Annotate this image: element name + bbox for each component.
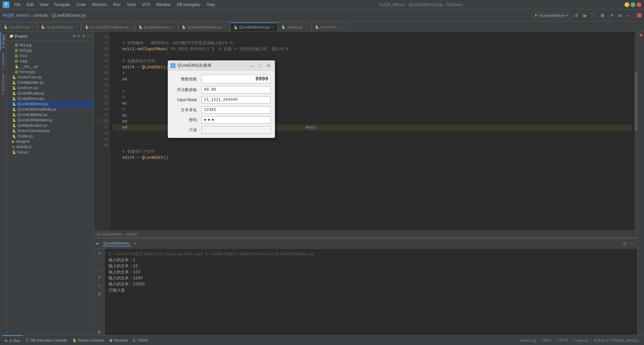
run-button[interactable]: ▶ bbox=[581, 11, 589, 19]
tab-close-icon[interactable]: ✕ bbox=[340, 25, 343, 29]
error-indicator[interactable] bbox=[637, 13, 641, 17]
tree-item[interactable]: 🐍 QLineEditMask.py bbox=[9, 112, 94, 117]
tree-item-qlineeditdemo[interactable]: 🐍 QLineEditDemo.py bbox=[9, 101, 94, 107]
dialog-close-button[interactable]: ✕ bbox=[265, 63, 272, 68]
sync-button[interactable]: ⇄ bbox=[616, 11, 624, 19]
structure-tab[interactable]: 2: Structure bbox=[1, 50, 6, 72]
tree-item[interactable]: 🖼 4.jpg bbox=[12, 58, 94, 64]
python-console-tab[interactable]: 🐍 Python Console bbox=[70, 335, 107, 345]
tab-close-icon[interactable]: ✕ bbox=[133, 242, 136, 245]
menu-window[interactable]: Window bbox=[154, 1, 173, 8]
menu-navigate[interactable]: Navigate bbox=[52, 1, 73, 8]
tab-qlineeditdemo[interactable]: 🐍 QLineEditDemo.py ✕ bbox=[230, 22, 278, 31]
tree-item[interactable]: 🖼 3.ico bbox=[12, 53, 94, 58]
field-input-1[interactable] bbox=[202, 86, 271, 93]
python-version[interactable]: Python 3.7 (PyQt5_demo1) bbox=[591, 338, 641, 342]
minimize-icon[interactable]: — bbox=[631, 241, 635, 246]
minimize-icon[interactable]: — bbox=[87, 34, 91, 39]
menu-help[interactable]: Help bbox=[204, 1, 218, 8]
run-tab[interactable]: QLineEditDemo bbox=[102, 240, 131, 247]
run-rerun-button[interactable]: ↺ bbox=[96, 250, 103, 257]
tree-item[interactable]: 🐍 QLabelBuddy.py bbox=[9, 90, 94, 96]
menu-edit[interactable]: Edit bbox=[24, 1, 36, 8]
tree-item-designer[interactable]: ▶ designer bbox=[9, 139, 94, 144]
project-tab[interactable]: 1: Project bbox=[0, 32, 6, 50]
scroll-up-button[interactable]: ↑ bbox=[96, 258, 103, 265]
tree-item[interactable]: 🖼 002.jpg bbox=[12, 48, 94, 53]
menu-tools[interactable]: Tools bbox=[124, 1, 139, 8]
tree-item[interactable]: 🐍 QLabelDemo.py bbox=[9, 96, 94, 101]
todo-tab[interactable]: 6: TODO bbox=[130, 335, 151, 345]
breadcrumb-folder[interactable]: controls bbox=[34, 13, 48, 18]
menu-file[interactable]: File bbox=[11, 1, 23, 8]
field-input-4[interactable] bbox=[202, 116, 271, 124]
line-endings[interactable]: CRLF bbox=[539, 338, 554, 342]
tab-close-icon[interactable]: ✕ bbox=[305, 25, 308, 29]
settings-icon[interactable]: ⚙ bbox=[82, 34, 86, 39]
indent-setting[interactable]: 4 spaces bbox=[571, 338, 591, 342]
tab-close-icon[interactable]: ✕ bbox=[75, 25, 77, 29]
vertical-scrollbar[interactable] bbox=[635, 31, 637, 230]
encoding[interactable]: UTF-8 bbox=[555, 338, 571, 342]
menu-db-navigator[interactable]: DB Navigator bbox=[174, 1, 203, 8]
tree-item[interactable]: 🐍 CenterForm.py bbox=[9, 74, 94, 80]
tab-qlabeldemo[interactable]: 🐍 QLabelDemo.py ✕ bbox=[135, 22, 178, 31]
tab-qlineeditechomode[interactable]: 🐍 QLineEditEchoMode.py ✕ bbox=[81, 22, 135, 31]
scroll-down-button[interactable]: ⬇ bbox=[96, 274, 103, 281]
tree-item[interactable]: 🐍 QuitApplication.py bbox=[9, 123, 94, 128]
tab-iconform[interactable]: 🐍 IconForm.py ✕ bbox=[0, 22, 37, 31]
tab-close-icon[interactable]: ✕ bbox=[224, 25, 226, 29]
field-input-0[interactable] bbox=[202, 75, 271, 83]
tree-item[interactable]: 🖼 horse.jpg bbox=[12, 69, 94, 74]
sync-icon[interactable]: ⟳ bbox=[77, 34, 80, 39]
menu-code[interactable]: Code bbox=[73, 1, 89, 8]
delete-button[interactable]: 🗑 bbox=[96, 329, 103, 336]
tree-item[interactable]: 🐍 ScreenGeometry.py bbox=[9, 128, 94, 133]
tree-item[interactable]: 🖼 001.jpg bbox=[12, 42, 94, 48]
qlineedit-dialog[interactable]: Q QLineEdit综合案例 — □ ✕ 整数校验 浮点数校验 Input M… bbox=[168, 60, 275, 138]
tree-item[interactable]: 🐍 __init__.py bbox=[12, 64, 94, 69]
tab-centerfo[interactable]: 🐍 CenterFo... ✕ bbox=[311, 22, 346, 31]
add-icon[interactable]: ⊕ bbox=[72, 34, 76, 39]
dialog-minimize-button[interactable]: — bbox=[249, 63, 256, 68]
menu-vcs[interactable]: VCS bbox=[139, 1, 153, 8]
menu-refactor[interactable]: Refactor bbox=[89, 1, 110, 8]
dialog-maximize-button[interactable]: □ bbox=[258, 63, 263, 68]
tree-item[interactable]: 🐍 Tooltip.py bbox=[9, 133, 94, 139]
field-input-2[interactable] bbox=[202, 96, 271, 104]
db-console-tab[interactable]: 🗄 DB Execution Console bbox=[23, 335, 70, 345]
minimize-button[interactable]: — bbox=[625, 2, 629, 7]
settings-icon[interactable]: ⚙ bbox=[623, 241, 627, 246]
field-input-3[interactable] bbox=[202, 106, 271, 114]
tree-item[interactable]: ⊞ debnfg.ui bbox=[9, 144, 94, 149]
tab-qlineeditvalidator[interactable]: 🐍 QLineEditValidator.py ✕ bbox=[178, 22, 230, 31]
breadcrumb-file[interactable]: QLineEditDemo.py bbox=[52, 13, 86, 18]
run-config-selector[interactable]: ▶ QLineEditDemo ▾ bbox=[532, 12, 572, 18]
tab-close-icon[interactable]: ✕ bbox=[130, 25, 133, 29]
terminal-tab[interactable]: ▣ Terminal bbox=[107, 335, 130, 345]
deploy-button[interactable]: ↗ bbox=[607, 11, 615, 19]
print-button[interactable]: 🖨 bbox=[96, 290, 103, 297]
menu-run[interactable]: Run bbox=[110, 1, 123, 8]
event-log[interactable]: Event Log bbox=[517, 335, 539, 345]
split-button[interactable]: ↔ bbox=[625, 11, 633, 19]
db-browser-tab[interactable]: 3: DB Browser bbox=[1, 72, 6, 97]
filter-button[interactable]: ≡ bbox=[96, 282, 103, 289]
refresh-button[interactable]: ↺ bbox=[572, 11, 580, 19]
breadcrumb-project[interactable]: PyQt5_demo1 bbox=[3, 13, 30, 18]
menu-view[interactable]: View bbox=[37, 1, 51, 8]
settings-button[interactable]: ⚙ bbox=[598, 11, 606, 19]
close-button[interactable]: ✕ bbox=[637, 2, 641, 7]
tree-item[interactable]: 🐍 IconForm.py bbox=[9, 85, 94, 90]
tab-close-icon[interactable]: ✕ bbox=[271, 25, 274, 29]
field-input-5[interactable] bbox=[202, 126, 271, 134]
tab-tooltip[interactable]: 🐍 Tooltip.py ✕ bbox=[278, 22, 311, 31]
tab-close-icon[interactable]: ✕ bbox=[172, 25, 174, 29]
tree-item[interactable]: 🐍 QLineEditValidator.py bbox=[9, 117, 94, 123]
run-status-tab[interactable]: ▶ 4: Run bbox=[3, 335, 23, 345]
tab-close-icon[interactable]: ✕ bbox=[31, 25, 34, 29]
tab-qlabelbuddy[interactable]: 🐍 QLabelBuddy.py ✕ bbox=[37, 22, 81, 31]
tree-item[interactable]: 🐍 QLineEditEchoMode.py bbox=[9, 107, 94, 112]
stop-run-button[interactable]: ⬛ bbox=[96, 266, 103, 273]
bookmark-icon[interactable]: 🔖 bbox=[639, 33, 643, 37]
